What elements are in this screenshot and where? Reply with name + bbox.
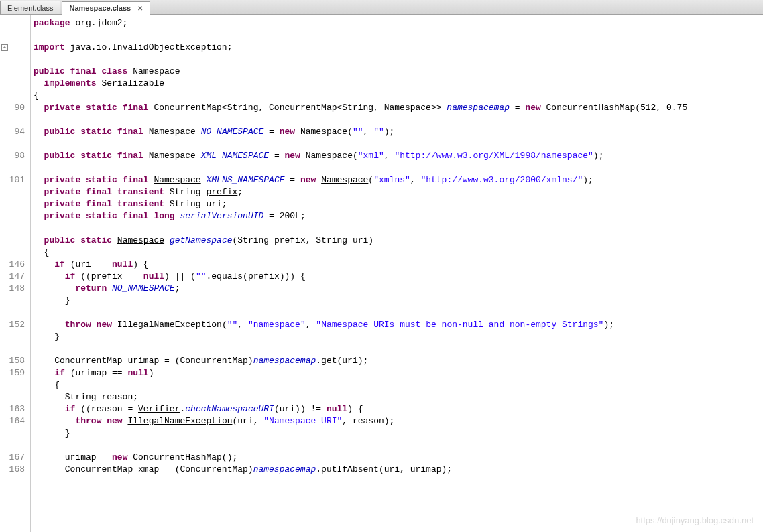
code-line: public static Namespace getNamespace(Str… — [31, 235, 763, 247]
code-line: if (urimap == null) — [31, 367, 763, 379]
code-line: public final class Namespace — [31, 66, 763, 78]
line-number — [0, 186, 30, 198]
code-line — [31, 138, 763, 150]
string-literal: "Namespace URI" — [263, 416, 342, 426]
keyword: if — [65, 271, 76, 281]
type-ref: Namespace — [149, 127, 196, 137]
code-line — [31, 222, 763, 235]
field-ref: getNamespace — [170, 235, 233, 245]
code-line — [31, 343, 763, 355]
keyword: new — [300, 175, 316, 185]
keyword: import — [34, 42, 65, 52]
string-literal: "namespace" — [248, 320, 306, 330]
line-number — [0, 391, 30, 403]
line-number: 164 — [0, 415, 30, 427]
keyword: private static final — [44, 103, 149, 113]
field-ref: checkNamespaceURI — [185, 404, 274, 414]
code-line: implements Serializable — [31, 78, 763, 90]
line-number — [0, 210, 30, 222]
line-number: 148 — [0, 283, 30, 295]
line-number — [0, 343, 30, 355]
line-number: + — [0, 42, 30, 54]
string-literal: "xmlns" — [373, 175, 410, 185]
field-ref: XML_NAMESPACE — [201, 151, 269, 161]
keyword: null — [327, 404, 347, 414]
type-ref: prefix — [206, 187, 237, 197]
line-number: 168 — [0, 464, 30, 476]
code-line — [31, 114, 763, 126]
string-literal: "Namespace URIs must be non-null and non… — [316, 320, 603, 330]
string-literal: "" — [373, 127, 384, 137]
line-number — [0, 90, 30, 102]
code-line: urimap = new ConcurrentHashMap(); — [31, 452, 763, 464]
line-number — [0, 29, 30, 42]
tab-namespace-class[interactable]: Namespace.class ✕ — [62, 1, 150, 15]
line-number: 101 — [0, 174, 30, 186]
type-ref: Namespace — [321, 175, 368, 185]
field-ref: NO_NAMESPACE — [112, 283, 175, 293]
field-ref: namespacemap — [253, 464, 316, 474]
code-line: if ((reason = Verifier.checkNamespaceURI… — [31, 403, 763, 415]
line-number — [0, 162, 30, 174]
code-line: { — [31, 379, 763, 391]
keyword: if — [65, 404, 76, 414]
code-line: throw new IllegalNameException(uri, "Nam… — [31, 415, 763, 427]
line-number — [0, 54, 30, 66]
string-literal: "" — [196, 271, 207, 281]
code-line: throw new IllegalNameException("", "name… — [31, 319, 763, 331]
line-number — [0, 331, 30, 343]
keyword: private static final long — [44, 211, 175, 221]
editor-area: +909498101146147148152158159163164167168… — [0, 15, 763, 532]
line-number — [0, 307, 30, 319]
line-number — [0, 247, 30, 259]
tab-element-class[interactable]: Element.class — [0, 1, 60, 14]
code-line: private static final long serialVersionU… — [31, 210, 763, 222]
code-line: private final transient String prefix; — [31, 186, 763, 198]
line-number-gutter: +909498101146147148152158159163164167168 — [0, 15, 31, 532]
code-line: String reason; — [31, 391, 763, 403]
type-ref: Namespace — [306, 151, 353, 161]
keyword: implements — [44, 78, 97, 88]
tab-bar: Element.class Namespace.class ✕ — [0, 0, 763, 15]
field-ref: serialVersionUID — [180, 211, 263, 221]
line-number — [0, 427, 30, 440]
line-number: 98 — [0, 150, 30, 162]
code-line: ConcurrentMap urimap = (ConcurrentMap)na… — [31, 355, 763, 367]
line-number: 146 — [0, 259, 30, 271]
expand-icon[interactable]: + — [1, 44, 8, 51]
line-number: 90 — [0, 102, 30, 114]
code-line: { — [31, 90, 763, 102]
line-number — [0, 235, 30, 247]
string-literal: "" — [353, 127, 363, 137]
code-line: package org.jdom2; — [31, 17, 763, 29]
code-line: if ((prefix == null) || ("".equals(prefi… — [31, 271, 763, 283]
code-line — [31, 54, 763, 66]
string-literal: "xml" — [358, 151, 384, 161]
line-number — [0, 222, 30, 235]
line-number — [0, 440, 30, 452]
line-number: 159 — [0, 367, 30, 379]
keyword: new — [525, 103, 540, 113]
field-ref: XMLNS_NAMESPACE — [206, 175, 284, 185]
line-number — [0, 379, 30, 391]
keyword: public static final — [44, 151, 143, 161]
code-line — [31, 29, 763, 42]
line-number — [0, 17, 30, 29]
line-number: 163 — [0, 403, 30, 415]
code-area[interactable]: package org.jdom2;import java.io.Invalid… — [31, 15, 763, 532]
keyword: null — [143, 271, 164, 281]
string-literal: "http://www.w3.org/XML/1998/namespace" — [394, 151, 593, 161]
code-line: private final transient String uri; — [31, 198, 763, 210]
line-number — [0, 66, 30, 78]
type-ref: Namespace — [300, 127, 347, 137]
field-ref: namespacemap — [253, 356, 316, 366]
keyword: if — [54, 259, 65, 269]
keyword: new — [280, 127, 295, 137]
keyword: new — [285, 151, 300, 161]
close-icon[interactable]: ✕ — [137, 5, 143, 12]
keyword: return — [75, 283, 107, 293]
code-line: public static final Namespace XML_NAMESP… — [31, 150, 763, 162]
code-line: ConcurrentMap xmap = (ConcurrentMap)name… — [31, 464, 763, 476]
code-line: public static final Namespace NO_NAMESPA… — [31, 126, 763, 138]
keyword: public final class — [34, 66, 127, 76]
